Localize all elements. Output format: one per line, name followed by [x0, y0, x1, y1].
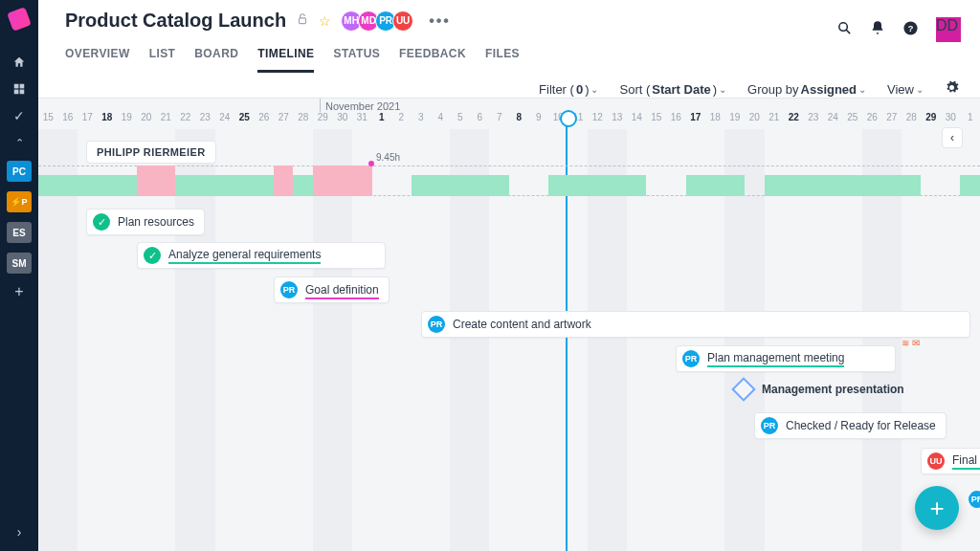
- task-card[interactable]: ✓ Plan resources: [86, 209, 205, 235]
- header-actions: ? DD: [836, 17, 961, 42]
- assignee-avatar: PR: [682, 350, 700, 367]
- milestone[interactable]: Management presentation: [735, 381, 904, 398]
- tab-list[interactable]: LIST: [149, 41, 176, 73]
- capacity-value: 9.45h: [376, 152, 400, 163]
- add-project-button[interactable]: +: [14, 283, 23, 300]
- svg-rect-1: [20, 84, 25, 89]
- milestone-title: Management presentation: [762, 383, 904, 396]
- app-sidebar: ✓ ⌃ PC ⚡P ES SM + ›: [0, 0, 38, 551]
- check-icon: ✓: [144, 247, 161, 264]
- timeline[interactable]: November 2021 15161718192021222324252627…: [38, 98, 980, 551]
- day-scale: 1516171819202122232425262728293031123456…: [38, 112, 980, 129]
- sort-button[interactable]: Sort (Start Date) ⌄: [619, 82, 726, 97]
- task-title: Final pre: [952, 453, 980, 470]
- tab-files[interactable]: FILES: [485, 41, 520, 73]
- svg-rect-3: [20, 90, 25, 95]
- task-card[interactable]: ✓ Analyze general requirements: [137, 242, 386, 269]
- main-area: Product Catalog Launch ☆ MH MD PR UU •••…: [38, 0, 980, 551]
- capacity-strip: 9.45h: [38, 165, 980, 196]
- swimlane-label[interactable]: PHILIPP RIERMEIER: [86, 141, 216, 164]
- gear-icon[interactable]: [945, 80, 959, 98]
- scroll-left-button[interactable]: ‹: [942, 127, 963, 148]
- tab-status[interactable]: STATUS: [333, 41, 380, 73]
- filter-button[interactable]: Filter (0) ⌄: [539, 82, 598, 97]
- task-title: Plan resources: [118, 215, 194, 229]
- member-avatars[interactable]: MH MD PR UU: [345, 11, 413, 32]
- task-title: Create content and artwork: [453, 318, 591, 331]
- assignee-avatar: PR: [428, 316, 445, 333]
- view-tabs: OVERVIEW LIST BOARD TIMELINE STATUS FEED…: [65, 41, 961, 73]
- expand-sidebar-icon[interactable]: ›: [17, 524, 22, 540]
- task-title: Checked / Ready for Release: [786, 419, 936, 432]
- page-title: Product Catalog Launch: [65, 10, 286, 32]
- project-sm[interactable]: SM: [7, 253, 32, 274]
- project-pc[interactable]: PC: [7, 161, 32, 182]
- more-menu-icon[interactable]: •••: [429, 12, 451, 30]
- add-task-fab[interactable]: +: [915, 486, 959, 530]
- tab-timeline[interactable]: TIMELINE: [257, 41, 314, 73]
- view-button[interactable]: View ⌄: [887, 82, 924, 97]
- svg-rect-0: [14, 84, 19, 89]
- app-logo[interactable]: [7, 7, 32, 32]
- svg-text:?: ?: [908, 24, 914, 33]
- avatar[interactable]: UU: [392, 11, 413, 32]
- tab-board[interactable]: BOARD: [194, 41, 238, 73]
- task-card[interactable]: PR Checked / Ready for Release: [754, 412, 947, 439]
- group-button[interactable]: Group by Assigned ⌄: [747, 82, 866, 97]
- project-bp[interactable]: ⚡P: [7, 191, 32, 212]
- tab-feedback[interactable]: FEEDBACK: [399, 41, 466, 73]
- task-flags: ≋ ✉: [902, 338, 920, 348]
- help-icon[interactable]: ?: [902, 20, 919, 40]
- dashboard-icon[interactable]: [11, 80, 28, 98]
- tasks-icon[interactable]: ✓: [11, 107, 28, 124]
- task-card[interactable]: UU Final pre: [921, 448, 980, 474]
- assignee-avatar: PR: [280, 281, 298, 298]
- task-title: Analyze general requirements: [168, 248, 321, 264]
- bell-icon[interactable]: [870, 20, 885, 39]
- task-card[interactable]: PR Goal definition: [274, 276, 390, 303]
- task-title: Plan management meeting: [707, 351, 844, 367]
- capacity-dot: [368, 161, 374, 166]
- project-es[interactable]: ES: [7, 222, 32, 243]
- svg-line-6: [846, 30, 850, 33]
- assignee-avatar: UU: [927, 452, 945, 470]
- header: Product Catalog Launch ☆ MH MD PR UU •••…: [38, 0, 980, 73]
- check-icon: ✓: [93, 213, 110, 231]
- svg-point-5: [839, 22, 848, 30]
- star-icon[interactable]: ☆: [319, 13, 331, 29]
- task-card[interactable]: PR Create content and artwork: [421, 311, 970, 338]
- user-avatar[interactable]: DD: [936, 17, 961, 42]
- assignee-avatar: PR: [761, 417, 778, 434]
- svg-rect-4: [300, 18, 306, 24]
- home-icon[interactable]: [11, 54, 28, 71]
- milestone-icon: [731, 377, 755, 401]
- task-title: Goal definition: [305, 283, 379, 297]
- collapse-up-icon[interactable]: ⌃: [11, 134, 28, 151]
- lock-icon[interactable]: [296, 12, 309, 29]
- timeline-toolbar: Filter (0) ⌄ Sort (Start Date) ⌄ Group b…: [38, 73, 980, 98]
- task-card-peek[interactable]: PR: [969, 491, 980, 508]
- svg-rect-2: [14, 90, 19, 95]
- search-icon[interactable]: [836, 20, 853, 40]
- task-card[interactable]: PR Plan management meeting: [676, 345, 896, 372]
- tab-overview[interactable]: OVERVIEW: [65, 41, 130, 73]
